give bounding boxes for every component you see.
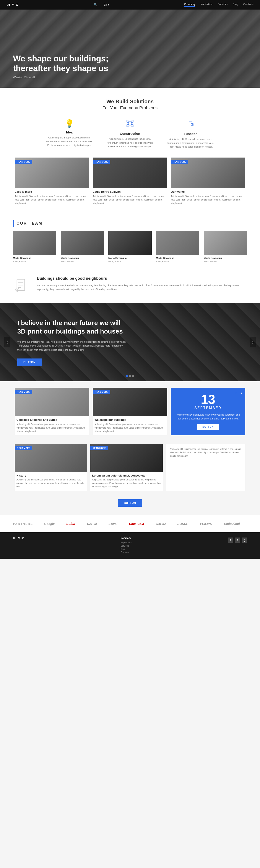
read-more-badge-2[interactable]: READ MORE <box>93 160 110 164</box>
footer-logo[interactable]: UI MIX <box>13 537 24 540</box>
nav-link-services[interactable]: Services <box>218 3 228 7</box>
social-google[interactable]: g <box>242 537 247 543</box>
more-img-1: READ MORE <box>15 444 87 472</box>
solution-idea-title: Idea <box>45 130 93 134</box>
date-nav-prev[interactable]: ‹ <box>235 391 236 395</box>
card-img-1: READ MORE <box>15 158 89 188</box>
footer-cols: Company Inspirations Services Blog Conta… <box>120 537 132 554</box>
solution-construction: Construction Adipiscing elit. Suspendiss… <box>106 119 154 149</box>
team-location-2: Paris, France <box>61 260 73 263</box>
more-blog-title-1: History <box>15 472 87 478</box>
solution-function-title: Function <box>167 132 215 135</box>
team-heading: OUR TEAM <box>16 221 42 226</box>
nav-link-company[interactable]: Company <box>184 3 195 7</box>
blog-text-1: Adipiscing elit. Suspendisse ipsum uma. … <box>16 423 87 433</box>
card-img-3: READ MORE <box>171 158 245 188</box>
partner-coca-cola: Coca-Cola <box>129 522 144 526</box>
card-title-2: Louis Henry Sullivan <box>93 190 167 193</box>
blog-button[interactable]: BUTTON <box>118 499 142 507</box>
quote-dots <box>126 375 134 377</box>
dot-1[interactable] <box>126 375 128 377</box>
team-member-1: Marta Bevacqua Paris, France <box>13 231 56 263</box>
more-read-more-2[interactable]: READ MORE <box>90 446 108 450</box>
partner-google: Google <box>44 522 54 526</box>
partner-leica: Leica <box>66 522 75 526</box>
partner-philips: PHILIPS <box>200 522 212 526</box>
date-month: SEPTEMBER <box>194 406 222 410</box>
feature-text: We love our smartphones; they help us do… <box>37 283 247 291</box>
blog-read-more-1[interactable]: READ MORE <box>15 390 32 394</box>
footer-link-contacts[interactable]: Contacts <box>120 551 132 554</box>
read-more-badge-1[interactable]: READ MORE <box>15 160 32 164</box>
social-twitter[interactable]: t <box>235 537 240 543</box>
solution-construction-title: Construction <box>106 132 154 135</box>
feature-content: Buildings should be good neighbours We l… <box>37 276 247 291</box>
more-blog-row: READ MORE History Adipiscing elit. Suspe… <box>0 442 260 495</box>
date-nav-next[interactable]: › <box>241 391 242 395</box>
function-icon <box>167 119 215 130</box>
team-location-5: Paris, France <box>204 260 217 263</box>
footer-left: UI MIX <box>13 537 24 542</box>
date-card-button[interactable]: BUTTON <box>197 424 219 430</box>
more-blog-card-2: READ MORE Lorem ipsum dolor sit amet, co… <box>90 444 162 491</box>
team-member-5: Marta Bevacqua Paris, France <box>204 231 247 263</box>
solution-idea-text: Adipiscing elit. Suspendisse ipsum uma. … <box>45 136 93 147</box>
footer-link-services[interactable]: Services <box>120 545 132 547</box>
team-header: OUR TEAM <box>13 220 247 227</box>
nav-links: Company Inspiration Services Blog Contac… <box>184 3 254 7</box>
team-name-1: Marta Bevacqua <box>13 257 56 259</box>
nav-search-icon[interactable]: 🔍 <box>94 3 97 6</box>
team-member-3: Marta Bevacqua Paris, France <box>108 231 152 263</box>
nav-lang[interactable]: En ▾ <box>104 3 109 6</box>
read-more-badge-3[interactable]: READ MORE <box>171 160 188 164</box>
dot-3[interactable] <box>132 375 134 377</box>
card-title-3: Our works <box>171 190 245 193</box>
hero-section: We shape our buildings; thereafter they … <box>0 9 260 88</box>
nav-link-blog[interactable]: Blog <box>233 3 238 7</box>
blog-img-2: READ MORE <box>93 388 167 416</box>
social-facebook[interactable]: f <box>228 537 233 543</box>
plain-col-text: Adipiscing elit. Suspendisse ipsum uma. … <box>170 447 242 458</box>
team-name-5: Marta Bevacqua <box>204 257 247 259</box>
nav-link-contacts[interactable]: Contacts <box>243 3 254 7</box>
hero-author: Winston Churchill <box>13 76 247 79</box>
svg-rect-3 <box>127 125 129 127</box>
solution-function-text: Adipiscing elit. Suspendisse ipsum uma. … <box>167 137 215 149</box>
feature-title: Buildings should be good neighbours <box>37 276 247 281</box>
nav-logo[interactable]: UI MIX <box>6 3 18 6</box>
team-location-1: Paris, France <box>13 260 26 263</box>
blog-title-2: We shape our buildings <box>95 418 165 422</box>
blog-card-1: READ MORE Collected Sketches and Lyrics … <box>15 388 89 435</box>
cards-row: READ MORE Less is more Adipiscing elit. … <box>0 158 260 214</box>
dot-2[interactable] <box>129 375 131 377</box>
team-member-2: Marta Bevacqua Paris, France <box>61 231 104 263</box>
partner-timberland: Timberland <box>224 522 240 526</box>
feature-icon-area <box>13 276 30 294</box>
quote-button[interactable]: BUTTON <box>17 359 42 366</box>
solution-function: Function Adipiscing elit. Suspendisse ip… <box>167 119 215 149</box>
solutions-grid: 💡 Idea Adipiscing elit. Suspendisse ipsu… <box>13 119 247 149</box>
more-read-more-1[interactable]: READ MORE <box>15 446 32 450</box>
footer-col-company: Company Inspirations Services Blog Conta… <box>120 537 132 554</box>
svg-rect-1 <box>127 120 129 122</box>
blog-title-1: Collected Sketches and Lyrics <box>16 418 87 422</box>
feature-document-icon <box>15 278 28 294</box>
partner-emvel: EMvel <box>109 522 117 526</box>
more-blog-text-2: Adipiscing elit. Suspendisse ipsum uma. … <box>90 478 162 491</box>
date-number: 13 <box>201 393 215 406</box>
quote-nav-left[interactable]: ‹ <box>4 337 10 347</box>
more-blog-title-2: Lorem ipsum dolor sit amet, consectetur <box>90 472 162 478</box>
quote-nav-right[interactable]: › <box>250 337 256 347</box>
team-photo-5 <box>204 231 247 255</box>
solutions-title-1: We Build Solutions <box>13 98 247 104</box>
footer-link-inspirations[interactable]: Inspirations <box>120 541 132 544</box>
blog-img-1: READ MORE <box>15 388 89 416</box>
team-photo-3 <box>108 231 152 255</box>
nav-link-inspiration[interactable]: Inspiration <box>200 3 212 7</box>
team-location-4: Paris, France <box>156 260 169 263</box>
team-member-4: Marta Bevacqua Paris, France <box>156 231 199 263</box>
footer-link-blog[interactable]: Blog <box>120 548 132 550</box>
blog-read-more-2[interactable]: READ MORE <box>93 390 110 394</box>
svg-rect-4 <box>131 125 133 127</box>
solutions-title-2: For Your Everyday Problems <box>13 105 247 111</box>
